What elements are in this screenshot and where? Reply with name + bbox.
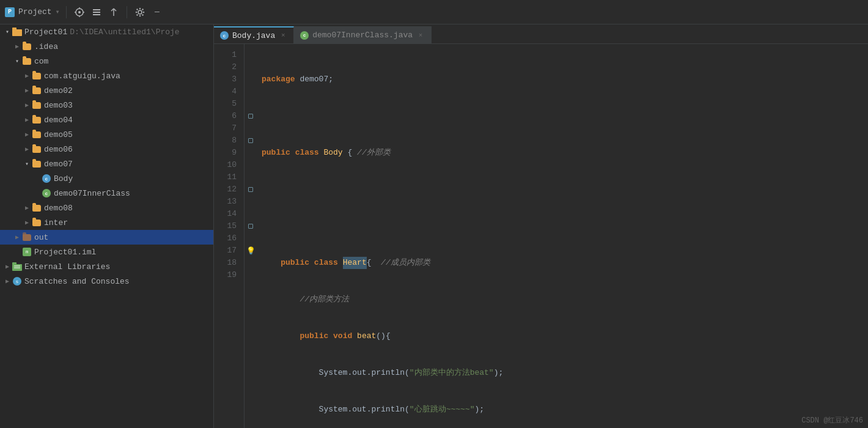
token: ); — [474, 404, 484, 416]
tab-bar: c Body.java × c demo07InnerClass.java × — [214, 24, 868, 44]
sidebar-item-demo08[interactable]: ▶ demo08 — [0, 201, 213, 215]
tab-innerclass-close[interactable]: × — [416, 31, 425, 40]
sidebar-item-atguigu[interactable]: ▶ com.atguigu.java — [0, 68, 213, 83]
gutter-3 — [245, 73, 257, 86]
attribution-text: CSDN @红豆冰746 — [801, 416, 863, 425]
bookmark-marker-6 — [248, 114, 253, 119]
demo05-label: demo05 — [44, 130, 73, 139]
sidebar-item-body[interactable]: ▶ c Body — [0, 171, 213, 186]
locate-icon — [75, 7, 84, 17]
settings-icon — [135, 7, 145, 17]
code-line-2 — [262, 110, 868, 122]
code-line-5 — [262, 220, 868, 232]
attribution: CSDN @红豆冰746 — [801, 415, 863, 426]
sidebar-item-demo02[interactable]: ▶ demo02 — [0, 83, 213, 98]
tab-body-label: Body.java — [232, 31, 275, 40]
token: public — [300, 330, 328, 342]
atguigu-label: com.atguigu.java — [44, 72, 120, 81]
sidebar-item-inter[interactable]: ▶ inter — [0, 215, 213, 230]
demo04-label: demo04 — [44, 116, 73, 125]
svg-point-13 — [139, 7, 141, 9]
atguigu-arrow: ▶ — [22, 71, 32, 81]
svg-point-14 — [139, 15, 141, 16]
linenum-6: 6 — [214, 110, 244, 122]
sidebar-item-project-iml[interactable]: ▶ m Project01.iml — [0, 245, 213, 259]
toolbar-dropdown-arrow[interactable]: ▾ — [56, 7, 60, 17]
bookmark-marker-8 — [248, 138, 253, 143]
token: public — [281, 257, 309, 269]
token — [262, 330, 300, 342]
gutter-5 — [245, 98, 257, 110]
toolbar-expand-btn[interactable] — [107, 6, 120, 19]
inter-label: inter — [44, 218, 68, 227]
idea-label: .idea — [34, 42, 58, 51]
collapse-icon — [92, 7, 101, 17]
token — [319, 147, 324, 159]
sidebar-item-demo04[interactable]: ▶ demo04 — [0, 113, 213, 127]
sidebar-item-idea[interactable]: ▶ .idea — [0, 39, 213, 54]
demo08-label: demo08 — [44, 204, 73, 213]
toolbar-locate-btn[interactable] — [73, 6, 86, 19]
sidebar-project-root[interactable]: ▾ Project01 D:\IDEA\untitled1\Proje — [0, 24, 213, 39]
gutter-19 — [245, 269, 257, 281]
com-label: com — [34, 57, 48, 66]
sidebar-item-scratches[interactable]: ▶ s Scratches and Consoles — [0, 274, 213, 289]
tab-body-close[interactable]: × — [279, 31, 287, 40]
sidebar: ▾ Project01 D:\IDEA\untitled1\Proje ▶ .i… — [0, 24, 214, 428]
code-editor[interactable]: 1 2 3 4 5 6 7 8 9 10 11 12 13 14 15 16 1… — [214, 44, 868, 428]
gutter-11 — [245, 171, 257, 183]
demo02-arrow: ▶ — [22, 86, 32, 95]
demo07-arrow: ▾ — [22, 159, 32, 169]
sidebar-item-demo05[interactable]: ▶ demo05 — [0, 127, 213, 142]
toolbar: P Project ▾ — [0, 0, 868, 24]
token: "心脏跳动~~~~~" — [410, 404, 475, 416]
inter-arrow: ▶ — [22, 218, 32, 227]
tab-body-java[interactable]: c Body.java × — [214, 26, 294, 43]
sidebar-item-demo06[interactable]: ▶ demo06 — [0, 142, 213, 157]
gutter-16 — [245, 232, 257, 245]
sidebar-item-demo03[interactable]: ▶ demo03 — [0, 98, 213, 113]
token: demo07; — [295, 73, 333, 86]
tab-innerclass-java[interactable]: c demo07InnerClass.java × — [294, 26, 432, 43]
sidebar-item-out[interactable]: ▶ out — [0, 230, 213, 245]
code-content[interactable]: package demo07; public class Body { //外部… — [257, 44, 868, 428]
linenum-18: 18 — [214, 257, 244, 269]
iml-label: Project01.iml — [34, 248, 96, 257]
token: System.out.println( — [262, 404, 410, 416]
gutter-12 — [245, 183, 257, 196]
demo06-arrow: ▶ — [22, 144, 32, 154]
sidebar-item-demo07innerclass[interactable]: ▶ c demo07InnerClass — [0, 186, 213, 201]
token — [290, 147, 295, 159]
toolbar-settings-btn[interactable] — [133, 6, 147, 19]
svg-point-19 — [136, 14, 138, 15]
code-line-8: public void beat(){ — [262, 330, 868, 342]
gutter-1 — [245, 49, 257, 61]
linenum-9: 9 — [214, 147, 244, 159]
token: ); — [494, 367, 504, 379]
sidebar-item-external-libraries[interactable]: ▶ External Libraries — [0, 259, 213, 274]
svg-rect-22 — [12, 28, 17, 30]
demo04-arrow: ▶ — [22, 115, 32, 125]
toolbar-collapse-btn[interactable] — [90, 6, 103, 19]
ext-libs-icon — [12, 262, 22, 271]
demo02-folder-icon — [32, 86, 42, 95]
toolbar-minimize-btn[interactable]: — — [150, 6, 164, 19]
code-line-7: //内部类方法 — [262, 293, 868, 306]
sidebar-item-demo07[interactable]: ▾ demo07 — [0, 157, 213, 171]
code-line-10: System.out.println("心脏跳动~~~~~"); — [262, 404, 868, 416]
project-icon: P — [5, 7, 15, 17]
demo03-label: demo03 — [44, 101, 73, 110]
gutter-17: 💡 — [245, 245, 257, 257]
expand-icon — [109, 7, 119, 17]
code-line-9: System.out.println("内部类中的方法beat"); — [262, 367, 868, 379]
code-line-4 — [262, 183, 868, 196]
token: "内部类中的方法beat" — [410, 367, 494, 379]
token — [262, 293, 300, 306]
linenum-16: 16 — [214, 232, 244, 245]
sidebar-item-com[interactable]: ▾ com — [0, 54, 213, 68]
bulb-marker-17[interactable]: 💡 — [246, 246, 256, 256]
ext-libs-arrow: ▶ — [2, 262, 12, 271]
inter-folder-icon — [32, 218, 42, 227]
demo06-folder-icon — [32, 144, 42, 154]
out-label: out — [34, 233, 48, 242]
